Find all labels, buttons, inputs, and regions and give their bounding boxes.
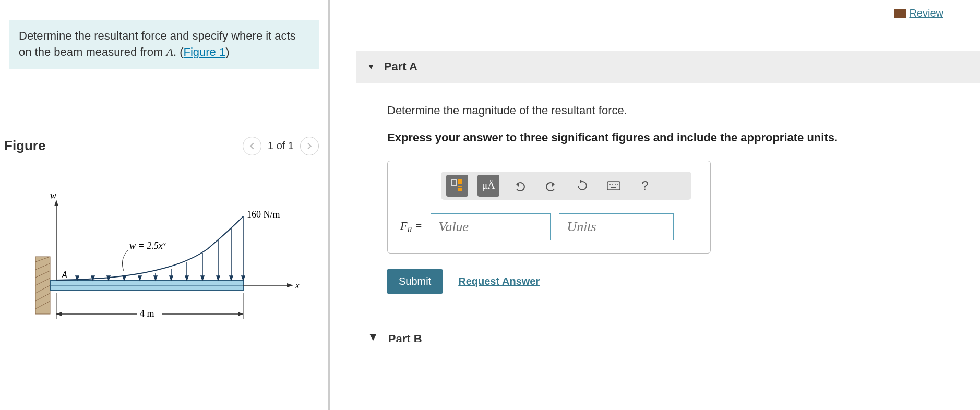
figure-nav: 1 of 1 xyxy=(243,137,319,155)
submit-button[interactable]: Submit xyxy=(387,269,443,294)
undo-button[interactable] xyxy=(509,175,531,197)
svg-marker-13 xyxy=(287,283,293,287)
figure-prev-button[interactable] xyxy=(243,137,261,155)
template-fraction-button[interactable] xyxy=(446,175,468,197)
answer-toolbar: μÅ ? xyxy=(441,172,691,200)
formula-row: FR = xyxy=(400,213,698,240)
svg-marker-41 xyxy=(56,312,62,316)
figure-header: Figure 1 of 1 xyxy=(4,137,319,165)
submit-row: Submit Request Answer xyxy=(387,269,961,294)
special-chars-button[interactable]: μÅ xyxy=(477,175,499,197)
span-label: 4 m xyxy=(140,308,154,319)
formula-equals: = xyxy=(412,219,422,232)
fraction-icon xyxy=(450,178,464,193)
svg-marker-27 xyxy=(170,276,173,280)
svg-marker-37 xyxy=(242,276,245,280)
x-axis-label: x xyxy=(295,280,300,291)
part-a-body: Determine the magnitude of the resultant… xyxy=(387,104,961,294)
svg-marker-21 xyxy=(123,276,126,280)
svg-marker-23 xyxy=(138,276,141,280)
problem-statement: Determine the resultant force and specif… xyxy=(9,20,319,69)
svg-marker-33 xyxy=(217,276,220,280)
w-axis-label: w xyxy=(50,190,56,201)
problem-text-close: ) xyxy=(225,45,229,58)
keyboard-button[interactable] xyxy=(603,175,625,197)
review-link[interactable]: Review xyxy=(894,7,943,19)
help-button[interactable]: ? xyxy=(634,175,656,197)
part-a-instruction: Express your answer to three significant… xyxy=(387,130,961,146)
undo-icon xyxy=(513,179,526,192)
right-panel: Review ▼ Part A Determine the magnitude … xyxy=(330,0,980,410)
formula-sub: R xyxy=(407,226,412,234)
svg-marker-35 xyxy=(230,276,233,280)
svg-marker-17 xyxy=(91,276,94,280)
formula-var: F xyxy=(400,219,407,232)
figure-link[interactable]: Figure 1 xyxy=(184,45,226,58)
problem-text-prefix: Determine the resultant force and specif… xyxy=(19,29,296,58)
svg-rect-44 xyxy=(451,180,457,185)
svg-rect-0 xyxy=(35,257,50,314)
part-a-question: Determine the magnitude of the resultant… xyxy=(387,104,961,117)
svg-marker-29 xyxy=(185,276,188,280)
reset-button[interactable] xyxy=(571,175,593,197)
load-max-label: 160 N/m xyxy=(247,209,280,220)
redo-icon xyxy=(545,179,557,192)
svg-point-55 xyxy=(617,184,618,185)
part-b-title: Part B xyxy=(388,332,422,342)
left-panel: Determine the resultant force and specif… xyxy=(0,0,330,410)
caret-down-icon: ▼ xyxy=(367,330,379,344)
keyboard-icon xyxy=(607,181,620,190)
chevron-left-icon xyxy=(248,142,256,150)
problem-text-suffix: . ( xyxy=(173,45,184,58)
svg-point-52 xyxy=(609,184,611,185)
svg-marker-42 xyxy=(238,312,243,316)
figure-diagram: w x xyxy=(9,186,319,343)
request-answer-link[interactable]: Request Answer xyxy=(458,275,540,287)
chevron-right-icon xyxy=(306,142,313,150)
svg-rect-45 xyxy=(458,179,462,184)
figure-page-label: 1 of 1 xyxy=(268,140,294,152)
units-input[interactable] xyxy=(559,213,674,240)
point-a-label: A xyxy=(61,270,68,280)
svg-rect-51 xyxy=(607,182,620,190)
figure-next-button[interactable] xyxy=(300,137,319,155)
svg-marker-25 xyxy=(154,276,157,280)
load-eq-label: w = 2.5x³ xyxy=(129,240,166,251)
reset-icon xyxy=(576,179,589,192)
part-b-header[interactable]: ▼ Part B xyxy=(356,325,980,344)
part-a-header[interactable]: ▼ Part A xyxy=(356,51,980,83)
svg-marker-19 xyxy=(107,276,110,280)
answer-box: μÅ ? FR xyxy=(387,161,711,254)
svg-rect-47 xyxy=(458,188,462,191)
part-a-title: Part A xyxy=(384,60,417,74)
svg-point-53 xyxy=(612,184,613,185)
caret-down-icon: ▼ xyxy=(367,63,375,71)
problem-var: A xyxy=(166,45,173,58)
svg-marker-50 xyxy=(580,180,582,183)
formula-label: FR = xyxy=(400,219,422,234)
svg-point-54 xyxy=(615,184,616,185)
figure-title: Figure xyxy=(4,138,45,154)
value-input[interactable] xyxy=(431,213,551,240)
svg-rect-56 xyxy=(611,187,616,188)
svg-marker-31 xyxy=(201,276,204,280)
redo-button[interactable] xyxy=(540,175,562,197)
